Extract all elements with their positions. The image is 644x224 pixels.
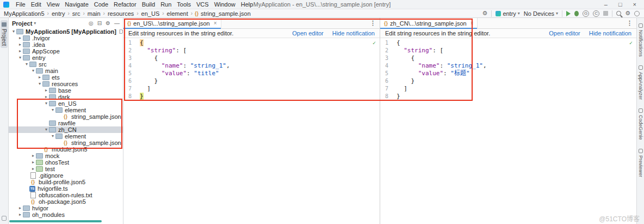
minimize-icon[interactable]: – xyxy=(604,1,608,8)
breadcrumb-item[interactable]: element xyxy=(166,10,189,17)
tree-item-oh-modules[interactable]: ▸oh_modules xyxy=(9,211,123,218)
tree-item-test[interactable]: ▸test xyxy=(9,166,123,172)
tool-button-project[interactable]: Project xyxy=(1,20,8,48)
tree-item-hvigorfile-ts[interactable]: TShvigorfile.ts xyxy=(9,185,123,192)
tree-item--idea[interactable]: ▸.idea xyxy=(9,41,123,48)
code-editor[interactable]: ✓ 1{2 "string": [3 {4 "name": "string_1"… xyxy=(380,38,636,224)
hide-panel-icon[interactable]: — xyxy=(114,20,120,26)
tree-expand-icon[interactable]: ▸ xyxy=(17,35,23,41)
tab-options-icon[interactable]: ⋮ xyxy=(366,20,380,27)
tree-item-element[interactable]: ▾element xyxy=(9,107,123,113)
menu-vcs[interactable]: VCS xyxy=(194,1,212,8)
tree-item-string-sample-json[interactable]: {}string_sample.json xyxy=(9,140,123,146)
tool-button-previewer[interactable]: Previewer xyxy=(638,149,643,177)
toolbar-gear-icon[interactable]: ⚙ xyxy=(482,10,488,17)
settings-gear-icon[interactable]: ⚙ xyxy=(625,10,630,17)
tree-item-module-json5[interactable]: {}module.json5 xyxy=(9,146,123,153)
tab-options-icon[interactable]: ⋮ xyxy=(623,20,636,27)
editor-tab[interactable]: {} en_US\...\string_sample.json × xyxy=(123,18,221,29)
tree-item-build-profile-json5[interactable]: {}build-profile.json5 xyxy=(9,179,123,185)
tree-item-obfuscation-rules-txt[interactable]: obfuscation-rules.txt xyxy=(9,192,123,198)
coverage-button[interactable]: C xyxy=(593,10,599,17)
breadcrumb-item[interactable]: en_US xyxy=(141,10,160,17)
menu-tools[interactable]: Tools xyxy=(174,1,194,8)
menu-view[interactable]: View xyxy=(44,1,63,8)
profiler-button[interactable]: G xyxy=(583,10,589,17)
menu-build[interactable]: Build xyxy=(139,1,158,8)
tree-item-resources[interactable]: ▾resources xyxy=(9,81,123,87)
tree-item-entry[interactable]: ▾entry xyxy=(9,55,123,61)
tool-button-codegenie[interactable]: CodeGenie xyxy=(638,108,643,140)
tree-item-mock[interactable]: ▸mock xyxy=(9,153,123,159)
close-tab-icon[interactable]: × xyxy=(214,20,217,26)
open-editor-link[interactable]: Open editor xyxy=(549,30,580,37)
breadcrumb-item[interactable]: string_sample.json xyxy=(200,10,251,17)
chevron-down-icon[interactable]: ▾ xyxy=(34,21,36,26)
tree-item-main[interactable]: ▾main xyxy=(9,68,123,74)
search-icon[interactable] xyxy=(616,11,621,16)
menu-refactor[interactable]: Refactor xyxy=(111,1,139,8)
breadcrumb-item[interactable]: entry xyxy=(51,10,65,17)
tree-item-base[interactable]: ▸base xyxy=(9,87,123,94)
close-window-icon[interactable]: × xyxy=(633,1,636,8)
tree-item-oh-package-json5[interactable]: {}oh-package.json5 xyxy=(9,198,123,205)
panel-settings-icon[interactable]: ⚙ xyxy=(106,20,110,26)
tree-item-zh-cn[interactable]: ▾zh_CN xyxy=(9,126,123,133)
breadcrumb-item[interactable]: src xyxy=(72,10,81,17)
tree-expand-icon[interactable]: ▸ xyxy=(30,153,36,159)
locate-file-icon[interactable]: ◎ xyxy=(89,20,94,26)
tree-item-dark[interactable]: ▸dark xyxy=(9,94,123,100)
editor-tab[interactable]: {} zh_CN\...\string_sample.json × xyxy=(380,18,478,29)
tree-expand-icon[interactable]: ▾ xyxy=(44,126,49,133)
tree-item-ets[interactable]: ▸ets xyxy=(9,74,123,81)
hide-notification-link[interactable]: Hide notification xyxy=(332,30,375,37)
code-editor[interactable]: ✓ 1{2 "string": [3 {4 "name": "string_1"… xyxy=(123,38,380,224)
notifications-icon[interactable] xyxy=(634,11,640,16)
tree-expand-icon[interactable]: ▸ xyxy=(30,166,36,172)
tool-button-notifications[interactable]: Notifications xyxy=(638,23,643,57)
tree-expand-icon[interactable]: ▸ xyxy=(44,94,49,100)
tree-expand-icon[interactable]: ▾ xyxy=(30,68,36,74)
breadcrumb-item[interactable]: resources xyxy=(107,10,134,17)
run-config-selector[interactable]: entry ▾ xyxy=(496,10,519,17)
hide-notification-link[interactable]: Hide notification xyxy=(589,30,631,37)
device-selector[interactable]: No Devices ▾ xyxy=(524,10,558,17)
menu-window[interactable]: Window xyxy=(212,1,238,8)
tree-item-appscope[interactable]: ▸AppScope xyxy=(9,48,123,55)
tree-expand-icon[interactable]: ▸ xyxy=(37,74,42,81)
collapse-all-icon[interactable]: ⊟ xyxy=(97,20,102,26)
tree-item--hvigor[interactable]: ▸.hvigor xyxy=(9,35,123,41)
debug-button[interactable] xyxy=(574,11,579,16)
tree-expand-icon[interactable]: ▸ xyxy=(44,87,49,94)
tree-expand-icon[interactable]: ▸ xyxy=(30,159,36,166)
menu-edit[interactable]: Edit xyxy=(28,1,44,8)
tree-expand-icon[interactable]: ▾ xyxy=(44,100,49,107)
tree-expand-icon[interactable]: ▸ xyxy=(17,211,23,218)
tree-item--gitignore[interactable]: .gitignore xyxy=(9,172,123,179)
menu-navigate[interactable]: Navigate xyxy=(62,1,91,8)
close-tab-icon[interactable]: × xyxy=(470,20,474,26)
tree-expand-icon[interactable]: ▾ xyxy=(24,61,29,68)
tree-expand-icon[interactable]: ▸ xyxy=(17,48,23,55)
tree-expand-icon[interactable]: ▸ xyxy=(17,41,23,48)
tree-item-en-us[interactable]: ▾en_US xyxy=(9,100,123,107)
tree-item-myapplication5-myapplication-[interactable]: ▾MyApplication5 [MyApplication]D:\code\M… xyxy=(9,28,123,35)
maximize-icon[interactable]: □ xyxy=(618,1,622,8)
project-panel-title[interactable]: Project xyxy=(12,20,32,27)
tree-expand-icon[interactable]: ▾ xyxy=(50,107,55,113)
breadcrumb-item[interactable]: main xyxy=(87,10,101,17)
tree-item-ohostest[interactable]: ▸ohosTest xyxy=(9,159,123,166)
tree-expand-icon[interactable]: ▾ xyxy=(37,81,42,87)
breadcrumb-item[interactable]: MyApplication5 xyxy=(3,10,45,17)
tree-expand-icon[interactable]: ▾ xyxy=(11,28,16,35)
menu-file[interactable]: File xyxy=(13,1,28,8)
tool-button-appanalyzer[interactable]: AppAnalyzer xyxy=(638,65,643,100)
horizontal-scrollbar[interactable] xyxy=(9,220,102,222)
stop-button[interactable] xyxy=(603,11,608,16)
tree-item-rawfile[interactable]: rawfile xyxy=(9,120,123,126)
tree-item-src[interactable]: ▾src xyxy=(9,61,123,68)
open-editor-link[interactable]: Open editor xyxy=(292,30,323,37)
tree-expand-icon[interactable]: ▾ xyxy=(17,55,23,61)
tree-item-hvigor[interactable]: ▸hvigor xyxy=(9,205,123,211)
menu-run[interactable]: Run xyxy=(158,1,174,8)
